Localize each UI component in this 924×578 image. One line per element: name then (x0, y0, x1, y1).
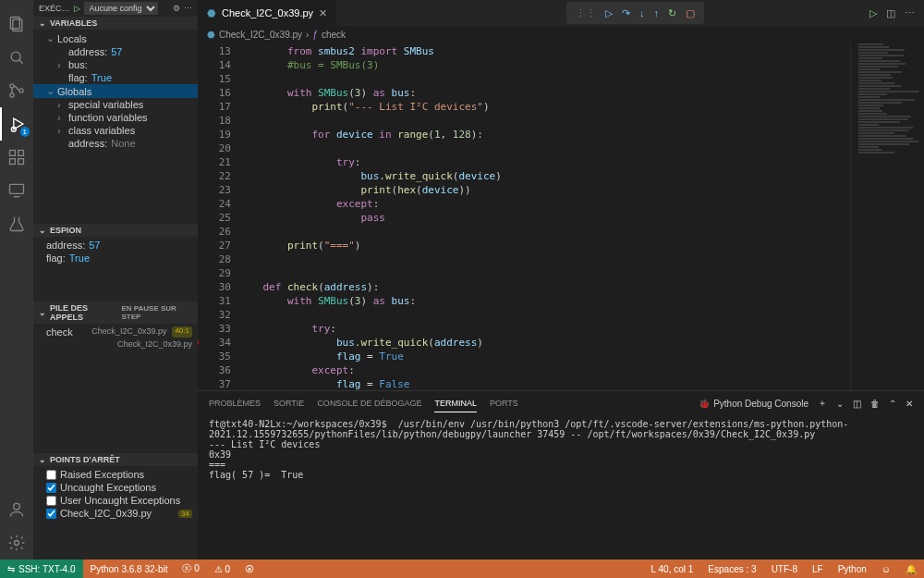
callstack-body: checkCheck_I2C_0x39.py40:1Check_I2C_0x39… (33, 324, 198, 453)
status-warnings[interactable]: ⚠ 0 (207, 564, 237, 574)
variables-section-header[interactable]: ⌄ VARIABLES (33, 17, 198, 30)
status-errors[interactable]: ⓧ 0 (175, 562, 206, 575)
python-file-icon: ⬣ (207, 7, 216, 19)
variable-row[interactable]: ›class variables (33, 124, 198, 137)
account-icon[interactable] (0, 493, 33, 526)
eol[interactable]: LF (805, 564, 831, 574)
tab-output[interactable]: SORTIE (274, 395, 304, 412)
watch-row[interactable]: address: 57 (33, 239, 198, 252)
scope-locals[interactable]: ⌄Locals (33, 31, 198, 45)
step-into-icon[interactable]: ↓ (639, 7, 645, 18)
function-icon: ƒ (312, 30, 318, 40)
tab-problems[interactable]: PROBLÈMES (209, 395, 261, 412)
scope-globals[interactable]: ⌄Globals (33, 84, 198, 98)
activity-bar: 1 (0, 0, 33, 560)
breakpoints-section-header[interactable]: ⌄ POINTS D'ARRÊT (33, 453, 198, 466)
variable-row[interactable]: ›special variables (33, 98, 198, 111)
breakpoint-checkbox[interactable] (46, 470, 56, 480)
split-editor-icon[interactable]: ◫ (886, 7, 895, 19)
breakpoint-row[interactable]: Check_I2C_0x39.py34 (33, 507, 198, 520)
breakpoint-checkbox[interactable] (46, 509, 56, 519)
explorer-icon[interactable] (0, 7, 33, 41)
svg-point-15 (14, 503, 20, 510)
breadcrumb[interactable]: ⬣ Check_I2C_0x39.py › ƒ check (198, 26, 924, 43)
kill-terminal-icon[interactable]: 🗑 (870, 399, 880, 409)
code-editor[interactable]: 1314151617181920212223242526272829303132… (198, 43, 850, 390)
encoding[interactable]: UTF-8 (764, 564, 805, 574)
run-debug-icon[interactable]: 1 (0, 107, 33, 141)
more-icon[interactable]: ⋯ (184, 4, 192, 13)
maximize-panel-icon[interactable]: ⌃ (889, 399, 896, 409)
callstack-section-header[interactable]: ⌄ PILE DES APPELS EN PAUSE SUR STEP (33, 301, 198, 324)
line-gutter[interactable]: 1314151617181920212223242526272829303132… (198, 43, 238, 390)
tab-terminal[interactable]: TERMINAL (434, 395, 477, 412)
debug-toolbar[interactable]: ⋮⋮ ▷ ↷ ↓ ↑ ↻ ▢ (566, 2, 704, 24)
debug-badge: 1 (20, 127, 30, 137)
start-debug-icon[interactable]: ▷ (74, 4, 80, 13)
remote-indicator[interactable]: ⇋ SSH: TXT-4.0 (0, 560, 83, 578)
chevron-down-icon: ⌄ (39, 308, 46, 317)
source-control-icon[interactable] (0, 74, 33, 107)
notifications-icon[interactable]: 🔔 (898, 564, 924, 574)
testing-icon[interactable] (0, 207, 33, 240)
variable-row[interactable]: flag: True (33, 71, 198, 84)
variable-row[interactable]: ›function variables (33, 111, 198, 124)
chevron-down-icon: ⌄ (39, 18, 46, 28)
terminal-profile-select[interactable]: 🐞 Python Debug Console (699, 399, 808, 409)
debug-config-select[interactable]: Aucune configu (84, 2, 158, 15)
breakpoint-row[interactable]: Uncaught Exceptions (33, 481, 198, 494)
cursor-position[interactable]: L 40, col 1 (644, 564, 701, 574)
watch-body: address: 57flag: True (33, 237, 198, 301)
svg-point-6 (19, 89, 23, 92)
drag-grip-icon[interactable]: ⋮⋮ (576, 7, 596, 19)
variable-row[interactable]: ›bus: (33, 58, 198, 71)
terminal-output[interactable]: ft@txt40-N2Lx:~/workspaces/0x39$ /usr/bi… (198, 415, 924, 560)
run-label: EXÉC… (39, 4, 70, 13)
continue-icon[interactable]: ▷ (605, 7, 613, 19)
code-body[interactable]: from smbus2 import SMBus #bus = SMBus(3)… (238, 43, 850, 390)
indentation[interactable]: Espaces : 3 (700, 564, 763, 574)
settings-gear-icon[interactable] (0, 526, 33, 560)
breakpoint-row[interactable]: User Uncaught Exceptions (33, 494, 198, 507)
run-debug-header: EXÉC… ▷ Aucune configu ⚙ ⋯ (33, 0, 198, 17)
variable-row[interactable]: address: None (33, 137, 198, 150)
svg-point-5 (10, 93, 14, 97)
breakpoint-row[interactable]: Raised Exceptions (33, 468, 198, 481)
new-terminal-icon[interactable]: ＋ (818, 397, 827, 410)
step-over-icon[interactable]: ↷ (622, 7, 630, 19)
svg-rect-10 (18, 151, 24, 156)
remote-explorer-icon[interactable] (0, 174, 33, 207)
watch-section-header[interactable]: ⌄ ESPION (33, 224, 198, 237)
breakpoint-checkbox[interactable] (46, 496, 56, 506)
step-out-icon[interactable]: ↑ (654, 7, 660, 18)
status-radio-icon[interactable]: ⦿ (237, 564, 261, 574)
svg-rect-13 (10, 184, 24, 193)
restart-icon[interactable]: ↻ (668, 7, 676, 19)
more-actions-icon[interactable]: ⋯ (905, 7, 915, 19)
search-icon[interactable] (0, 41, 33, 74)
tab-ports[interactable]: PORTS (490, 395, 518, 412)
breakpoint-checkbox[interactable] (46, 483, 56, 493)
tab-debug-console[interactable]: CONSOLE DE DÉBOGAGE (317, 395, 421, 412)
language-mode[interactable]: Python (831, 564, 874, 574)
stop-icon[interactable]: ▢ (686, 7, 695, 19)
close-icon[interactable]: ✕ (319, 7, 327, 19)
watch-row[interactable]: flag: True (33, 252, 198, 264)
split-terminal-icon[interactable]: ◫ (853, 399, 861, 409)
svg-point-4 (10, 84, 14, 88)
feedback-icon[interactable]: ☺ (874, 564, 898, 574)
chevron-down-icon[interactable]: ⌄ (836, 399, 844, 409)
python-interpreter[interactable]: Python 3.6.8 32-bit (83, 564, 176, 574)
extensions-icon[interactable] (0, 141, 33, 174)
tab-file[interactable]: ⬣ Check_I2C_0x39.py ✕ (198, 0, 337, 26)
status-bar: ⇋ SSH: TXT-4.0 Python 3.6.8 32-bit ⓧ 0 ⚠… (0, 560, 924, 578)
variable-row[interactable]: address: 57 (33, 45, 198, 58)
callstack-row[interactable]: Check_I2C_0x39.py (33, 338, 198, 350)
gear-icon[interactable]: ⚙ (173, 4, 180, 13)
svg-rect-12 (18, 159, 24, 165)
close-panel-icon[interactable]: ✕ (906, 399, 913, 409)
minimap[interactable] (850, 43, 924, 390)
callstack-row[interactable]: checkCheck_I2C_0x39.py40:1 (33, 326, 198, 338)
chevron-right-icon: › (306, 30, 309, 40)
run-file-icon[interactable]: ▷ (869, 7, 877, 19)
